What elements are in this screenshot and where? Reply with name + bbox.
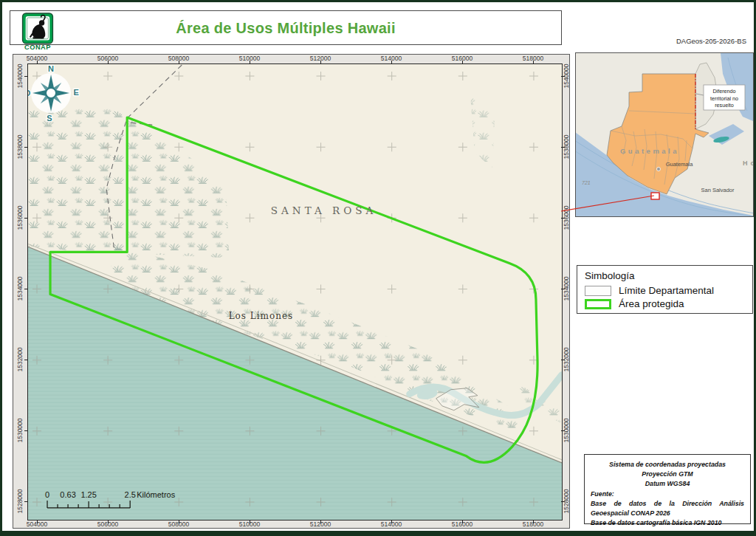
tick-mark: [37, 61, 38, 64]
datum-line: Datum WGS84: [591, 479, 744, 489]
y-tick-label-left: 1534000: [16, 276, 24, 300]
inset-country-label: Guatemala: [620, 147, 679, 155]
source-line-2: Base de datos cartografía básica IGN 201…: [591, 518, 744, 528]
tick-mark: [533, 61, 534, 64]
tick-mark: [108, 520, 109, 523]
tick-mark: [320, 520, 321, 523]
map-sheet: CONAP Área de Usos Múltiples Hawaii DAGe…: [0, 0, 756, 536]
legend: Simbología Límite Departamental Área pro…: [577, 265, 753, 314]
tick-mark: [561, 430, 565, 431]
tick-mark: [24, 501, 28, 502]
page-title: Área de Usos Múltiples Hawaii: [10, 20, 561, 37]
tick-mark: [561, 501, 565, 502]
tick-mark: [320, 61, 321, 64]
tick-mark: [561, 360, 565, 360]
doc-code: DAGeos-205-2026-BS: [676, 37, 746, 45]
legend-item-label: Límite Departamental: [619, 285, 714, 296]
tick-mark: [250, 61, 250, 64]
y-tick-label-left: 1528000: [16, 489, 24, 513]
inset-san-salvador-label: San Salvador: [701, 187, 735, 193]
fuente-label: Fuente:: [591, 489, 744, 499]
tick-mark: [462, 61, 463, 64]
scale-125: 1.25: [80, 490, 96, 499]
place-label: Los Limones: [229, 311, 294, 321]
scale-25: 2.5: [125, 490, 136, 499]
tick-mark: [561, 218, 565, 219]
tick-mark: [108, 61, 109, 64]
tick-mark: [179, 520, 179, 523]
scale-unit: Kilómetros: [137, 490, 175, 499]
source-box: Sistema de coordenadas proyectadas Proye…: [584, 454, 751, 524]
conap-logo-text: CONAP: [24, 44, 51, 51]
tick-mark: [24, 147, 28, 148]
tick-mark: [179, 61, 179, 64]
y-tick-label-left: 1538000: [16, 134, 24, 159]
tick-mark: [24, 289, 28, 289]
tick-mark: [533, 520, 534, 523]
y-tick-label-left: 1532000: [16, 347, 24, 371]
tick-mark: [561, 76, 565, 77]
svg-text:resuelto: resuelto: [715, 102, 734, 109]
source-line-1: Base de datos de la Dirección Análisis G…: [591, 499, 744, 518]
tick-mark: [561, 147, 565, 148]
compass-n-label: N: [48, 64, 54, 73]
legend-item-protected: Área protegida: [585, 298, 745, 309]
projection-line: Proyección GTM: [591, 470, 744, 479]
inset-city-label: Guatemala: [666, 161, 694, 168]
inset-map-box: Guatemala Guatemala San Salvador Ho 721 …: [575, 52, 754, 217]
departmental-boundary-swatch: [585, 286, 611, 296]
inset-locator-rect: [651, 193, 659, 199]
legend-item-departmental: Límite Departamental: [585, 285, 745, 296]
compass-o-label: O: [28, 89, 31, 97]
protected-area-swatch: [585, 299, 611, 309]
compass-e-label: E: [73, 88, 78, 97]
svg-text:territorial no: territorial no: [710, 95, 738, 102]
tick-mark: [561, 289, 565, 289]
scale-063: 0.63: [60, 490, 75, 499]
tick-mark: [250, 520, 250, 523]
scale-0: 0: [45, 490, 49, 499]
header: CONAP Área de Usos Múltiples Hawaii: [10, 10, 562, 45]
tick-mark: [24, 430, 28, 431]
region-label: SANTA ROSA: [271, 205, 377, 216]
tick-mark: [391, 520, 392, 523]
inset-callout: Diferendo territorial no resuelto: [696, 85, 745, 110]
legend-title: Simbología: [585, 270, 745, 281]
crs-line: Sistema de coordenadas proyectadas: [591, 460, 744, 470]
tick-mark: [462, 520, 463, 523]
tick-mark: [24, 76, 28, 77]
legend-item-label: Área protegida: [619, 298, 684, 309]
tick-mark: [37, 520, 38, 523]
inset-city-dot: [657, 168, 661, 171]
y-tick-label-left: 1540000: [16, 63, 24, 88]
y-tick-label-left: 1530000: [16, 418, 24, 442]
tick-mark: [391, 61, 392, 64]
svg-text:Diferendo: Diferendo: [712, 88, 735, 95]
inset-depth-label: 721: [582, 180, 591, 185]
inset-honduras-label: Ho: [743, 159, 753, 167]
compass-s-label: S: [47, 114, 52, 123]
tick-mark: [24, 218, 28, 219]
tick-mark: [24, 360, 28, 360]
y-tick-label-left: 1536000: [16, 205, 24, 230]
main-map: SANTA ROSA Los Limones N E S O: [27, 63, 563, 520]
